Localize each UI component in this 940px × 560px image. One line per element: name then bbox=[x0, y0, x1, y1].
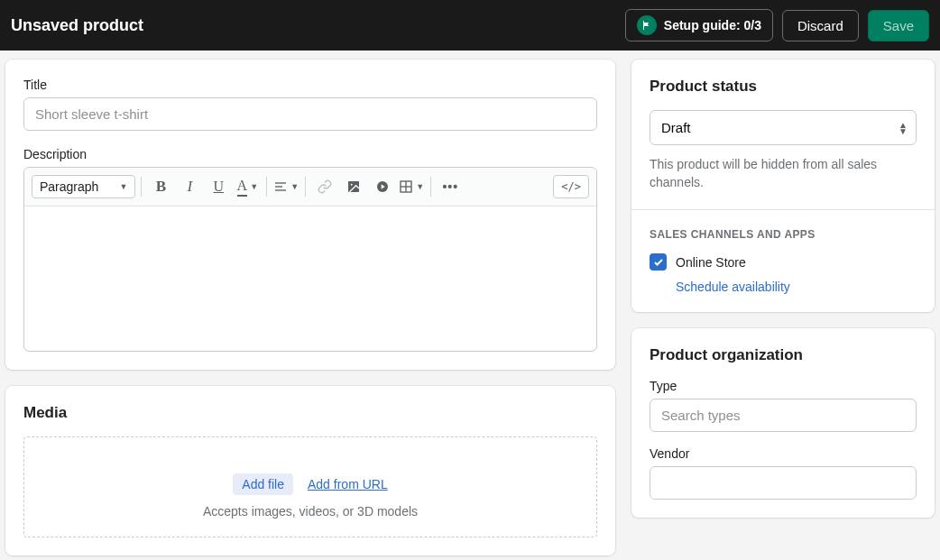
media-actions: Add file Add from URL bbox=[42, 473, 578, 495]
title-label: Title bbox=[23, 78, 597, 92]
media-dropzone[interactable]: Add file Add from URL Accepts images, vi… bbox=[23, 436, 597, 537]
online-store-row: Online Store bbox=[650, 253, 917, 271]
page-title: Unsaved product bbox=[11, 16, 143, 35]
underline-button[interactable]: U bbox=[205, 173, 232, 200]
setup-guide-label: Setup guide: 0/3 bbox=[664, 18, 761, 32]
link-button[interactable] bbox=[311, 173, 338, 200]
status-select[interactable]: Draft bbox=[650, 110, 917, 145]
product-organization-card: Product organization Type Vendor bbox=[631, 328, 935, 518]
svg-point-4 bbox=[351, 184, 353, 186]
save-button[interactable]: Save bbox=[868, 10, 929, 41]
more-button[interactable]: ••• bbox=[437, 173, 464, 200]
online-store-checkbox[interactable] bbox=[650, 253, 667, 271]
chevron-down-icon: ▼ bbox=[119, 182, 127, 191]
add-from-url-link[interactable]: Add from URL bbox=[308, 477, 388, 491]
separator bbox=[430, 177, 431, 197]
topbar: Unsaved product Setup guide: 0/3 Discard… bbox=[0, 0, 940, 50]
description-label: Description bbox=[23, 147, 597, 161]
chevron-down-icon: ▼ bbox=[250, 182, 258, 191]
add-file-button[interactable]: Add file bbox=[233, 473, 293, 495]
description-input[interactable] bbox=[24, 207, 596, 351]
title-input[interactable] bbox=[23, 97, 597, 131]
schedule-availability-link[interactable]: Schedule availability bbox=[650, 280, 917, 294]
table-button[interactable]: ▼ bbox=[398, 173, 425, 200]
image-button[interactable] bbox=[340, 173, 367, 200]
product-status-card: Product status Draft ▲▼ This product wil… bbox=[631, 60, 935, 312]
vendor-input[interactable] bbox=[650, 466, 917, 500]
bold-button[interactable]: B bbox=[147, 173, 174, 200]
format-dropdown[interactable]: Paragraph ▼ bbox=[32, 175, 135, 198]
type-label: Type bbox=[650, 379, 917, 393]
media-help-text: Accepts images, videos, or 3D models bbox=[42, 504, 578, 519]
vendor-label: Vendor bbox=[650, 446, 917, 461]
align-button[interactable]: ▼ bbox=[272, 173, 300, 200]
type-input[interactable] bbox=[650, 399, 917, 432]
rte-toolbar: Paragraph ▼ B I U A▼ ▼ bbox=[24, 168, 596, 207]
separator bbox=[141, 177, 142, 197]
product-status-heading: Product status bbox=[650, 78, 917, 96]
sales-channels-label: SALES CHANNELS AND APPS bbox=[650, 228, 917, 241]
status-help-text: This product will be hidden from all sal… bbox=[650, 156, 917, 191]
discard-button[interactable]: Discard bbox=[782, 10, 859, 41]
chevron-down-icon: ▼ bbox=[290, 182, 299, 191]
separator bbox=[305, 177, 306, 197]
product-organization-heading: Product organization bbox=[650, 346, 917, 364]
italic-button[interactable]: I bbox=[176, 173, 203, 200]
media-heading: Media bbox=[23, 404, 597, 422]
separator bbox=[266, 177, 267, 197]
flag-icon bbox=[637, 15, 657, 35]
html-view-button[interactable]: </> bbox=[553, 175, 589, 198]
video-button[interactable] bbox=[369, 173, 396, 200]
color-button[interactable]: A▼ bbox=[234, 173, 261, 200]
side-column: Product status Draft ▲▼ This product wil… bbox=[631, 60, 935, 518]
main-column: Title Description Paragraph ▼ B I U A▼ bbox=[5, 60, 615, 555]
chevron-down-icon: ▼ bbox=[416, 182, 424, 191]
media-card: Media Add file Add from URL Accepts imag… bbox=[5, 386, 615, 555]
online-store-label: Online Store bbox=[676, 255, 746, 270]
topbar-actions: Setup guide: 0/3 Discard Save bbox=[625, 9, 929, 41]
setup-guide-button[interactable]: Setup guide: 0/3 bbox=[625, 9, 773, 41]
title-description-card: Title Description Paragraph ▼ B I U A▼ bbox=[5, 60, 615, 370]
content-layout: Title Description Paragraph ▼ B I U A▼ bbox=[0, 50, 940, 560]
format-dropdown-label: Paragraph bbox=[40, 179, 98, 194]
rich-text-editor: Paragraph ▼ B I U A▼ ▼ bbox=[23, 167, 597, 352]
